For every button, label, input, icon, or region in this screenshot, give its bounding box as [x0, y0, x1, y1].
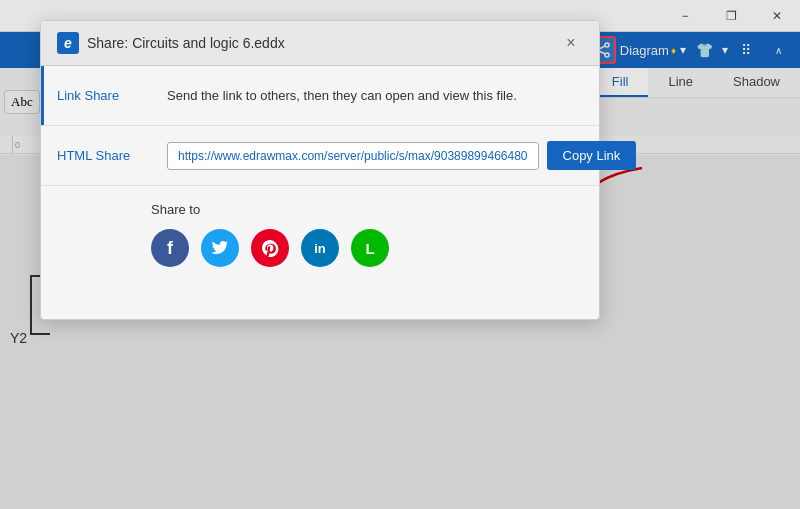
link-share-description: Send the link to others, then they can o…: [167, 88, 517, 103]
link-share-content: Send the link to others, then they can o…: [151, 66, 599, 125]
link-share-tab[interactable]: Link Share: [41, 66, 151, 125]
social-icons: f in L: [151, 229, 583, 267]
pinterest-share-button[interactable]: [251, 229, 289, 267]
copy-link-button[interactable]: Copy Link: [547, 141, 637, 170]
html-share-tab[interactable]: HTML Share: [41, 126, 151, 185]
dialog-app-icon: e: [57, 32, 79, 54]
share-to-label: Share to: [151, 202, 583, 217]
dialog-body: Link Share Send the link to others, then…: [41, 66, 599, 287]
linkedin-share-button[interactable]: in: [301, 229, 339, 267]
share-dialog: e Share: Circuits and logic 6.eddx × Lin…: [40, 20, 600, 320]
dialog-overlay: e Share: Circuits and logic 6.eddx × Lin…: [0, 0, 800, 509]
share-to-section: Share to f in L: [41, 186, 599, 287]
link-share-row: Link Share Send the link to others, then…: [41, 66, 599, 126]
facebook-share-button[interactable]: f: [151, 229, 189, 267]
dialog-close-button[interactable]: ×: [559, 31, 583, 55]
dialog-header: e Share: Circuits and logic 6.eddx ×: [41, 21, 599, 66]
dialog-title: Share: Circuits and logic 6.eddx: [87, 35, 285, 51]
twitter-share-button[interactable]: [201, 229, 239, 267]
html-share-content: https://www.edrawmax.com/server/public/s…: [151, 126, 652, 185]
url-field[interactable]: https://www.edrawmax.com/server/public/s…: [167, 142, 539, 170]
html-share-row: HTML Share https://www.edrawmax.com/serv…: [41, 126, 599, 186]
line-share-button[interactable]: L: [351, 229, 389, 267]
dialog-title-area: e Share: Circuits and logic 6.eddx: [57, 32, 285, 54]
